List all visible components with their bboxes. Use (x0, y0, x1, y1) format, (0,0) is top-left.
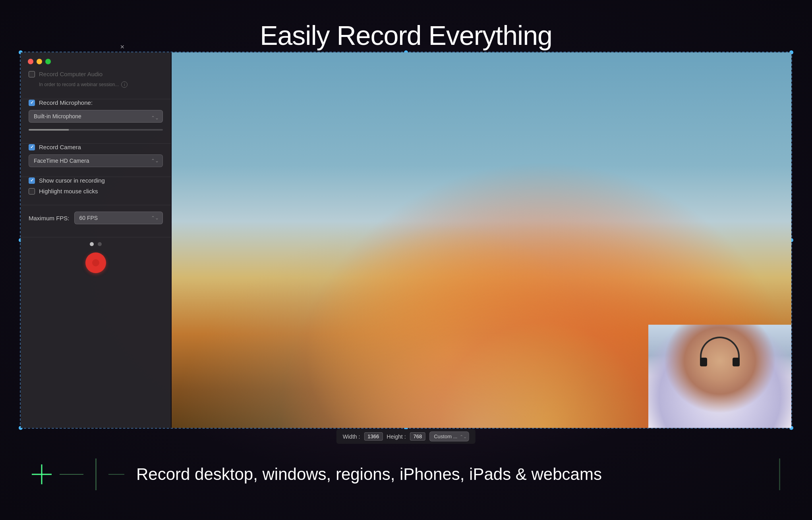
record-button[interactable] (85, 252, 106, 273)
webinar-note-text: In order to record a webinar session... (39, 82, 119, 87)
microphone-select-wrapper[interactable]: Built-in Microphone (29, 110, 163, 126)
cursor-section: Show cursor in recording Highlight mouse… (21, 177, 171, 205)
close-button[interactable] (28, 59, 33, 64)
screenshot-preview (172, 52, 791, 428)
microphone-select[interactable]: Built-in Microphone (29, 110, 163, 123)
plus-cross-icon (32, 464, 52, 484)
camera-section: Record Camera FaceTime HD Camera (21, 144, 171, 177)
info-icon[interactable]: i (121, 81, 128, 88)
bottom-text: Record desktop, windows, regions, iPhone… (136, 465, 759, 484)
fps-row: Maximum FPS: 60 FPS (29, 212, 163, 224)
fps-section: Maximum FPS: 60 FPS (21, 212, 171, 237)
minimize-button[interactable] (37, 59, 42, 64)
headset-icon (700, 337, 740, 360)
bottom-line-connector (108, 474, 124, 475)
record-camera-checkbox[interactable] (29, 144, 35, 150)
bottom-divider-right (779, 458, 780, 490)
audio-section: Record Computer Audio In order to record… (21, 71, 171, 99)
show-cursor-label: Show cursor in recording (39, 177, 105, 184)
webcam-person (648, 325, 791, 428)
fps-select-wrapper[interactable]: 60 FPS (74, 212, 163, 224)
bottom-divider-left (95, 458, 97, 490)
highlight-clicks-label: Highlight mouse clicks (39, 188, 98, 195)
webinar-note: In order to record a webinar session... … (39, 81, 163, 88)
show-cursor-row[interactable]: Show cursor in recording (29, 177, 163, 184)
bottom-section: Record desktop, windows, regions, iPhone… (0, 429, 812, 520)
traffic-lights (21, 52, 171, 71)
camera-select-wrapper[interactable]: FaceTime HD Camera (29, 154, 163, 167)
record-microphone-checkbox[interactable] (29, 100, 35, 106)
record-microphone-label: Record Microphone: (39, 99, 93, 106)
fps-select[interactable]: 60 FPS (74, 212, 163, 224)
page-title: Easily Record Everything (0, 0, 812, 51)
record-audio-label: Record Computer Audio (39, 71, 102, 77)
page-dot-2[interactable] (98, 242, 102, 246)
microphone-section: Record Microphone: Built-in Microphone (21, 99, 171, 144)
highlight-clicks-checkbox[interactable] (29, 188, 35, 195)
maximize-button[interactable] (45, 59, 51, 64)
camera-select[interactable]: FaceTime HD Camera (29, 154, 163, 167)
fps-label: Maximum FPS: (29, 215, 70, 221)
webcam-overlay (648, 325, 791, 428)
control-panel: Record Computer Audio In order to record… (21, 52, 171, 428)
page-dot-1[interactable] (90, 242, 94, 246)
record-audio-checkbox[interactable] (29, 71, 35, 77)
record-audio-row[interactable]: Record Computer Audio (29, 71, 163, 77)
volume-slider[interactable] (29, 129, 163, 131)
highlight-clicks-row[interactable]: Highlight mouse clicks (29, 188, 163, 195)
record-camera-label: Record Camera (39, 144, 81, 150)
record-microphone-row[interactable]: Record Microphone: (29, 99, 163, 106)
record-button-inner (92, 259, 99, 266)
record-camera-row[interactable]: Record Camera (29, 144, 163, 150)
plus-icon-area (32, 464, 52, 484)
bottom-line-left (60, 474, 83, 475)
page-dots (21, 242, 171, 246)
show-cursor-checkbox[interactable] (29, 177, 35, 184)
recording-area[interactable]: ✕ Record Computer Audio In order to reco… (20, 52, 792, 429)
